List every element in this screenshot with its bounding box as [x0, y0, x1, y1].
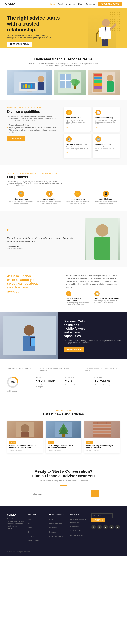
svg-point-12 [110, 14, 111, 15]
footer-link-integration[interactable]: Finance Integration [49, 535, 63, 537]
newsletter-input[interactable] [91, 513, 112, 518]
svg-point-35 [117, 24, 118, 24]
step-investment: 📋 Investment plan Lorem sit amet consect… [35, 190, 64, 204]
footer-col-finance: Finance services Finance Wealth Manageme… [49, 513, 67, 543]
svg-point-59 [38, 76, 44, 82]
nav-link-services[interactable]: Services ▾ [66, 3, 75, 5]
about-right: Your business has its own unique challen… [66, 274, 120, 305]
svg-point-41 [119, 26, 120, 26]
blog-meta: Techno · Technology [9, 450, 41, 451]
request-quote-button[interactable]: REQUEST A QUOTE [98, 2, 122, 6]
newsletter-submit-button[interactable]: SUBSCRIBE [91, 518, 105, 522]
diverse-list-item: The creative work hard for developing su… [7, 129, 60, 133]
youtube-icon[interactable]: ▶ [109, 525, 114, 529]
svg-rect-58 [31, 84, 32, 88]
step-discovery: 🔍 Discovery meeting Lorem adipiscing lor… [7, 190, 35, 204]
svg-point-47 [110, 30, 111, 31]
step-desc: Lorem ipsum dolor sit amet consectur adi… [92, 201, 120, 204]
process-steps: 🔍 Discovery meeting Lorem adipiscing lor… [7, 190, 120, 204]
footer-link-blog[interactable]: Blog [28, 531, 31, 533]
advisor-search-button[interactable]: › [91, 490, 99, 498]
footer-link-finance[interactable]: Finance [49, 518, 55, 520]
card-icon: 🏦 [66, 136, 72, 142]
nav-link-blog[interactable]: Blog [78, 3, 82, 5]
footer-tagline: Fusce dignissim maximus tincidunt. Proin… [7, 518, 25, 530]
svg-rect-3 [106, 28, 109, 37]
footer-col-heading: Finance services [49, 513, 67, 515]
footer-bottom: © 2023 Calia. All rights reserved. [7, 548, 120, 552]
numbers-grid: 26% Yields & equitycalculations Portfoli… [7, 376, 120, 394]
diverse-list: Creative Problem Solving Inspiring the C… [7, 124, 60, 133]
svg-point-15 [117, 14, 118, 15]
facebook-icon[interactable]: f [91, 525, 96, 529]
feature-icon: ≡ [66, 291, 71, 296]
numbers-section: Our impact in numbers Fusce dignissim ma… [0, 359, 127, 402]
footer-col-heading: Industries [70, 513, 88, 515]
footer-link-home[interactable]: Home [28, 518, 33, 520]
svg-point-69 [75, 80, 80, 84]
nav-link-contact[interactable]: Contact Us [85, 3, 95, 5]
svg-point-18 [112, 16, 113, 18]
diverse-section: Services For Your Business Diverse capab… [0, 100, 127, 165]
hero-cta-button[interactable]: FREE CONSULTATION [7, 42, 32, 47]
blog-post-title[interactable]: How to Get the Best Android 10 Features … [9, 445, 41, 448]
footer-link-family[interactable]: Family Enterprise [70, 534, 83, 536]
card-arrow-icon[interactable]: → [95, 126, 117, 129]
card-arrow-icon[interactable]: → [66, 151, 88, 154]
footer-link-automotive[interactable]: Automotive Building and Construction [70, 518, 87, 523]
revenues-icon: 📊 [96, 292, 99, 295]
dedicated-images [7, 70, 120, 95]
know-more-button[interactable]: KNOW MORE [7, 136, 25, 141]
hero-dots [109, 12, 122, 37]
instagram-icon[interactable]: ◉ [115, 525, 120, 529]
blog-post-title[interactable]: Learn how they work before you need to u… [86, 445, 118, 448]
card-arrow-icon[interactable]: → [66, 126, 88, 129]
svg-point-46 [119, 28, 120, 29]
svg-rect-75 [94, 83, 102, 86]
about-title-line3: so you can be about [7, 282, 38, 285]
footer-link-investment[interactable]: Investment [49, 527, 57, 529]
dedicated-title: Dedicated financial services teams [7, 57, 120, 61]
footer-link-government[interactable]: Government [70, 526, 79, 528]
about-title-line2: we're all about you, [7, 278, 36, 282]
twitter-icon[interactable]: t [97, 525, 102, 529]
svg-rect-72 [94, 74, 102, 76]
footer-link-services[interactable]: Services [28, 527, 34, 529]
feature-desc: Lorem adipiscing lorem sit amet consectu… [94, 300, 120, 304]
footer-newsletter: SUBSCRIBE [91, 513, 120, 522]
blog-post-title[interactable]: From a Single Decision Tree to Random Fo… [48, 445, 79, 448]
nav-link-home[interactable]: Home [50, 3, 55, 5]
svg-point-26 [119, 19, 120, 20]
svg-point-24 [114, 19, 115, 20]
lets-talk-link[interactable]: LET'S TALK › [7, 291, 61, 293]
blog-post-1: Techno How to Get the Best Android 10 Fe… [7, 421, 43, 453]
footer-link-insurance[interactable]: Insurance [49, 531, 56, 533]
footer-link-contacts[interactable]: Contacts and Media [70, 530, 84, 532]
hierarchical-icon: ≡ [68, 292, 69, 295]
card-icon: 🏢 [95, 136, 101, 142]
svg-rect-4 [102, 39, 105, 46]
svg-point-14 [114, 14, 115, 15]
nav-link-about[interactable]: About [58, 3, 63, 5]
quote-role: CEO of Torre Services [7, 248, 79, 249]
svg-point-25 [117, 19, 118, 20]
arrow-icon: › [18, 291, 19, 293]
discover-cta-button[interactable]: FIND OUT MORE [64, 347, 84, 352]
card-title: Your Personal CFO [66, 117, 88, 119]
about-section: At Calia Finance we're all about you, so… [0, 267, 127, 312]
office-image [54, 70, 86, 95]
footer-link-about[interactable]: About [28, 523, 33, 524]
diverse-eyebrow: Services For Your Business [7, 107, 60, 109]
svg-point-36 [119, 24, 120, 24]
stat-sublabel: Marketplace [65, 376, 91, 378]
quote-mark: " [7, 229, 79, 235]
blog-tag: Techno [86, 441, 93, 444]
card-arrow-icon[interactable]: → [95, 153, 117, 156]
linkedin-icon[interactable]: in [103, 525, 108, 529]
footer-link-wealth[interactable]: Wealth Management [49, 523, 64, 524]
advisor-search-input[interactable] [28, 490, 91, 498]
stat-label: Yields & equitycalculations [7, 390, 33, 394]
footer-link-sitemap[interactable]: Sitemap [28, 535, 34, 537]
footer-link-terms[interactable]: Terms of Policy [28, 540, 39, 541]
svg-point-23 [112, 19, 113, 20]
